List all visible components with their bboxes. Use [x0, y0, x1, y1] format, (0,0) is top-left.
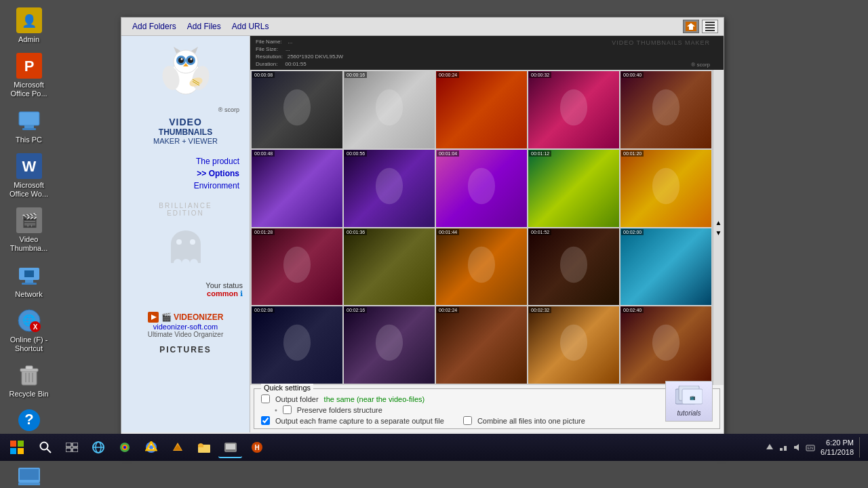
taskbar-search-button[interactable]	[33, 436, 57, 458]
svg-point-72	[652, 89, 679, 126]
desktop-icon-msoffice-wo[interactable]: W Microsoft Office Wo...	[3, 149, 54, 202]
thumbnail-cell-6[interactable]: 00:00:48	[252, 150, 342, 227]
taskbar-arrow-icon[interactable]	[765, 443, 774, 452]
thumbnail-cell-8[interactable]: 00:01:04	[436, 150, 527, 227]
scroll-down-arrow[interactable]: ▼	[713, 228, 724, 238]
svg-point-91	[40, 443, 47, 450]
app-sidebar: ® scorp VIDEO THUMBNAILS MAKER + VIEWER …	[121, 36, 250, 432]
taskbar-app1-button[interactable]	[165, 436, 189, 458]
nav-product[interactable]: The product	[128, 155, 243, 167]
combine-files-checkbox[interactable]	[463, 416, 472, 425]
thumbnail-cell-19[interactable]: 00:02:32	[528, 306, 619, 384]
taskbar-right: EN 6:20 PM 6/11/2018	[765, 437, 865, 458]
taskbar-keyboard-icon[interactable]: EN	[806, 443, 815, 452]
qs-output-frame-row: Output each frame capture to a separate …	[261, 416, 713, 425]
svg-point-75	[652, 167, 679, 204]
thumbnail-cell-12[interactable]: 00:01:36	[344, 228, 435, 306]
scroll-arrows: ▲ ▼	[713, 70, 724, 385]
brand-block: VIDEO THUMBNAILS MAKER + VIEWER	[153, 117, 218, 145]
thumbnail-cell-14[interactable]: 00:01:52	[528, 228, 619, 306]
preview-strip: File Name: ... File Size: ... Resolution…	[250, 36, 724, 70]
desktop-icon-msoffice-po[interactable]: P Microsoft Office Po...	[3, 49, 54, 102]
list-view-btn[interactable]	[702, 20, 718, 33]
thumbnail-grid: 00:00:0800:00:1600:00:2400:00:3200:00:40…	[250, 70, 713, 385]
add-folders-button[interactable]: Add Folders	[127, 20, 182, 33]
taskbar-chrome-button[interactable]	[139, 436, 163, 458]
quick-settings: Quick settings Output folder the same (n…	[254, 388, 720, 429]
scroll-up-arrow[interactable]: ▲	[713, 218, 724, 228]
svg-rect-93	[66, 443, 71, 447]
svg-marker-107	[174, 445, 182, 450]
svg-point-63	[182, 259, 190, 267]
add-urls-button[interactable]: Add URLs	[226, 20, 275, 33]
svg-point-55	[190, 58, 192, 60]
thumbnail-cell-15[interactable]: 00:02:00	[620, 228, 711, 306]
preview-scorp: ® scorp	[691, 62, 710, 68]
taskbar-app3-button[interactable]: H	[245, 436, 269, 458]
taskbar-taskview-button[interactable]	[60, 436, 83, 458]
desktop-icon-recycle-bin[interactable]: Recycle Bin	[3, 358, 54, 402]
thumbnail-cell-13[interactable]: 00:01:44	[436, 228, 527, 306]
thumbnail-cell-7[interactable]: 00:00:56	[344, 150, 435, 227]
videonizer-logo-row: 🎬 VIDEONIZER	[148, 312, 224, 323]
status-info-icon[interactable]: ℹ	[240, 289, 243, 298]
app-toolbar: Add Folders Add Files Add URLs	[121, 18, 724, 36]
thumbnail-cell-11[interactable]: 00:01:28	[252, 228, 342, 306]
taskbar-show-desktop-button[interactable]	[859, 437, 865, 458]
taskbar-files-button[interactable]	[192, 436, 216, 458]
preserve-folders-checkbox[interactable]	[283, 405, 292, 414]
svg-point-79	[283, 325, 311, 361]
desktop-icon-video-thumbna[interactable]: 🎬 Video Thumbna...	[3, 203, 54, 256]
svg-rect-41	[705, 24, 715, 26]
desktop-icon-this-pc[interactable]: This PC	[3, 104, 54, 148]
svg-text:P: P	[24, 58, 34, 75]
svg-text:X: X	[33, 323, 37, 331]
thumbnail-cell-16[interactable]: 00:02:08	[252, 306, 342, 384]
desktop-icon-admin[interactable]: 👤 Admin	[3, 3, 54, 47]
taskbar-network-icon[interactable]	[778, 443, 788, 452]
videonizer-name: 🎬 VIDEONIZER	[161, 312, 224, 322]
svg-point-76	[283, 246, 311, 283]
videonizer-desc: Ultimate Video Organizer	[148, 331, 224, 338]
desktop-icon-online-f[interactable]: 🌐 X Online (F) - Shortcut	[3, 304, 54, 357]
thumbnail-cell-5[interactable]: 00:00:40	[620, 71, 711, 148]
add-files-button[interactable]: Add Files	[182, 20, 226, 33]
thumbnail-cell-1[interactable]: 00:00:08	[252, 71, 342, 148]
svg-text:W: W	[22, 158, 36, 175]
output-folder-label: Output folder	[275, 395, 319, 403]
start-button[interactable]	[3, 436, 31, 458]
thumbnail-cell-2[interactable]: 00:00:16	[344, 71, 435, 148]
tutorials-label: tutorials	[677, 409, 701, 417]
nav-options[interactable]: >> Options	[128, 167, 243, 180]
thumbnail-cell-20[interactable]: 00:02:40	[620, 306, 711, 384]
taskbar-app2-button[interactable]	[218, 436, 242, 458]
thumbnail-cell-18[interactable]: 00:02:24	[436, 306, 527, 384]
scorp-label: ® scorp	[128, 106, 243, 113]
thumbnail-cell-9[interactable]: 00:01:12	[528, 150, 619, 227]
sidebar-bottom: 🎬 VIDEONIZER videonizer-soft.com Ultimat…	[148, 312, 224, 338]
thumbnail-cell-17[interactable]: 00:02:16	[344, 306, 435, 384]
desktop-icon-recycle-bin-label: Recycle Bin	[9, 390, 48, 399]
desktop-icon-network[interactable]: Network	[3, 258, 54, 302]
videonizer-url[interactable]: videonizer-soft.com	[148, 323, 224, 331]
window-icon-btn[interactable]	[683, 20, 699, 33]
app-body: ® scorp VIDEO THUMBNAILS MAKER + VIEWER …	[121, 36, 724, 432]
tutorials-button[interactable]: 📺 tutorials	[665, 381, 713, 422]
output-frame-checkbox[interactable]	[261, 416, 270, 425]
thumbnail-cell-10[interactable]: 00:01:20	[620, 150, 711, 227]
nav-environment[interactable]: Environment	[128, 180, 243, 192]
output-frame-label: Output each frame capture to a separate …	[275, 417, 444, 425]
desktop-icon-control-panel[interactable]: Control Panel	[3, 458, 54, 488]
taskbar-firefox-button[interactable]	[113, 436, 136, 458]
svg-point-80	[376, 325, 403, 361]
output-folder-checkbox[interactable]	[261, 394, 270, 403]
thumbnail-cell-3[interactable]: 00:00:24	[436, 71, 527, 148]
svg-rect-28	[20, 469, 39, 480]
taskbar-volume-icon[interactable]	[792, 443, 802, 452]
taskbar-clock[interactable]: 6:20 PM 6/11/2018	[821, 438, 854, 458]
edition-block: BRILLIANCE EDITION	[159, 202, 212, 217]
thumbnail-cell-4[interactable]: 00:00:32	[528, 71, 619, 148]
svg-text:📺: 📺	[690, 394, 696, 401]
svg-rect-90	[18, 448, 24, 454]
taskbar-ie-button[interactable]	[86, 436, 110, 458]
